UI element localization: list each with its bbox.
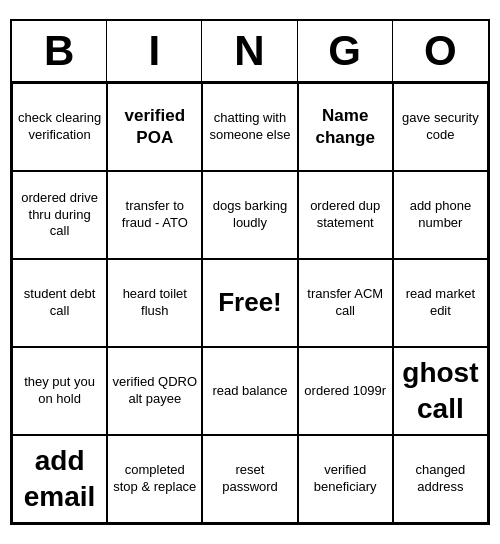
bingo-cell: read balance xyxy=(202,347,297,435)
header-letter: B xyxy=(12,21,107,81)
header-letter: O xyxy=(393,21,488,81)
bingo-card: BINGO check clearing verificationverifie… xyxy=(10,19,490,525)
header-letter: G xyxy=(298,21,393,81)
bingo-cell: ordered drive thru during call xyxy=(12,171,107,259)
bingo-cell: reset password xyxy=(202,435,297,523)
bingo-cell: they put you on hold xyxy=(12,347,107,435)
bingo-cell: check clearing verification xyxy=(12,83,107,171)
header-letter: N xyxy=(202,21,297,81)
bingo-cell: transfer ACM call xyxy=(298,259,393,347)
bingo-cell: student debt call xyxy=(12,259,107,347)
bingo-cell: ordered 1099r xyxy=(298,347,393,435)
bingo-cell: gave security code xyxy=(393,83,488,171)
bingo-header: BINGO xyxy=(12,21,488,83)
bingo-cell: add email xyxy=(12,435,107,523)
bingo-cell: ghost call xyxy=(393,347,488,435)
bingo-cell: add phone number xyxy=(393,171,488,259)
header-letter: I xyxy=(107,21,202,81)
bingo-cell: Name change xyxy=(298,83,393,171)
bingo-cell: completed stop & replace xyxy=(107,435,202,523)
bingo-cell: dogs barking loudly xyxy=(202,171,297,259)
bingo-cell: chatting with someone else xyxy=(202,83,297,171)
bingo-cell: read market edit xyxy=(393,259,488,347)
bingo-cell: transfer to fraud - ATO xyxy=(107,171,202,259)
bingo-cell: Free! xyxy=(202,259,297,347)
bingo-cell: changed address xyxy=(393,435,488,523)
bingo-cell: verified QDRO alt payee xyxy=(107,347,202,435)
bingo-cell: verified beneficiary xyxy=(298,435,393,523)
bingo-cell: heard toilet flush xyxy=(107,259,202,347)
bingo-cell: verified POA xyxy=(107,83,202,171)
bingo-cell: ordered dup statement xyxy=(298,171,393,259)
bingo-grid: check clearing verificationverified POAc… xyxy=(12,83,488,523)
